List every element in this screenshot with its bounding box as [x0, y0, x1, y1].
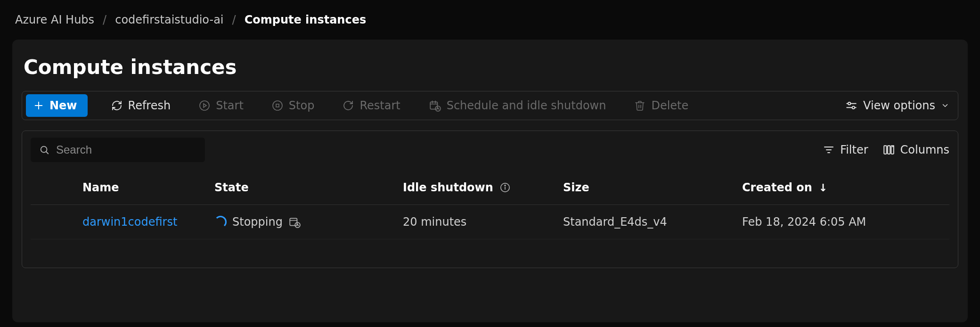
sort-descending-icon: ↓	[819, 182, 827, 194]
restart-label: Restart	[359, 99, 400, 112]
start-label: Start	[216, 99, 244, 112]
breadcrumb-item-root[interactable]: Azure AI Hubs	[15, 13, 94, 26]
svg-rect-29	[290, 218, 297, 225]
breadcrumb: Azure AI Hubs / codefirstaistudio-ai / C…	[0, 0, 980, 37]
svg-rect-6	[430, 102, 437, 109]
header-idle-label: Idle shutdown	[403, 181, 493, 194]
columns-label: Columns	[900, 143, 949, 156]
columns-button[interactable]: Columns	[882, 143, 949, 156]
breadcrumb-current: Compute instances	[245, 13, 367, 26]
stop-button[interactable]: Stop	[267, 96, 319, 115]
header-state[interactable]: State	[210, 171, 398, 205]
header-created-label: Created on	[742, 181, 812, 194]
compute-table: Name State Idle shutdown Size Cre	[31, 171, 949, 239]
header-created[interactable]: Created on ↓	[737, 171, 949, 205]
header-size[interactable]: Size	[558, 171, 737, 205]
schedule-button[interactable]: Schedule and idle shutdown	[424, 96, 611, 115]
toolbar: New Refresh Start Stop Restart	[22, 91, 958, 120]
schedule-indicator-icon	[288, 216, 301, 228]
restart-icon	[343, 100, 354, 111]
breadcrumb-separator: /	[232, 13, 236, 26]
chevron-down-icon	[941, 101, 949, 110]
filter-button[interactable]: Filter	[823, 143, 868, 156]
play-icon	[199, 100, 210, 111]
svg-line-33	[297, 225, 298, 226]
refresh-label: Refresh	[128, 99, 171, 112]
svg-rect-22	[884, 146, 886, 154]
sliders-icon	[845, 99, 858, 112]
trash-icon	[634, 100, 645, 111]
svg-rect-23	[887, 146, 890, 154]
table-container: Filter Columns Name State Idle shutdown	[22, 131, 958, 268]
restart-button[interactable]: Restart	[338, 96, 405, 115]
svg-point-4	[273, 101, 282, 110]
table-controls: Filter Columns	[31, 138, 949, 162]
idle-value: 20 minutes	[398, 205, 558, 239]
svg-point-15	[848, 102, 850, 105]
header-idle[interactable]: Idle shutdown	[398, 171, 558, 205]
svg-line-12	[438, 109, 439, 109]
created-value: Feb 18, 2024 6:05 AM	[737, 205, 949, 239]
main-panel: Compute instances New Refresh Start St	[12, 40, 968, 322]
page-title: Compute instances	[24, 56, 958, 79]
view-options-label: View options	[863, 99, 935, 112]
schedule-label: Schedule and idle shutdown	[447, 99, 606, 112]
search-icon	[39, 145, 49, 155]
delete-button[interactable]: Delete	[629, 96, 693, 115]
svg-point-17	[41, 147, 47, 153]
table-row[interactable]: darwin1codefirst Stopping 20 minutes Sta…	[31, 205, 949, 239]
new-button[interactable]: New	[26, 94, 88, 117]
svg-point-2	[200, 101, 209, 110]
calendar-clock-icon	[429, 99, 441, 112]
info-icon[interactable]	[500, 182, 510, 193]
svg-point-28	[505, 185, 506, 186]
svg-point-16	[852, 106, 855, 109]
breadcrumb-separator: /	[103, 13, 106, 26]
svg-line-18	[46, 152, 48, 154]
loading-spinner-icon	[214, 216, 227, 228]
plus-icon	[33, 100, 44, 111]
refresh-button[interactable]: Refresh	[106, 96, 176, 115]
filter-label: Filter	[840, 143, 868, 156]
svg-rect-5	[276, 104, 279, 107]
columns-icon	[882, 144, 895, 156]
view-options-button[interactable]: View options	[841, 96, 954, 115]
delete-label: Delete	[651, 99, 688, 112]
new-label: New	[49, 99, 77, 112]
start-button[interactable]: Start	[194, 96, 248, 115]
svg-marker-3	[204, 104, 206, 107]
breadcrumb-item-studio[interactable]: codefirstaistudio-ai	[115, 13, 223, 26]
refresh-icon	[111, 100, 122, 111]
stop-icon	[272, 100, 283, 111]
stop-label: Stop	[289, 99, 315, 112]
state-text: Stopping	[232, 215, 283, 229]
search-input[interactable]	[56, 143, 197, 156]
filter-icon	[823, 144, 834, 155]
header-name[interactable]: Name	[31, 171, 210, 205]
search-box[interactable]	[31, 138, 205, 162]
size-value: Standard_E4ds_v4	[558, 205, 737, 239]
instance-name-link[interactable]: darwin1codefirst	[82, 215, 177, 229]
